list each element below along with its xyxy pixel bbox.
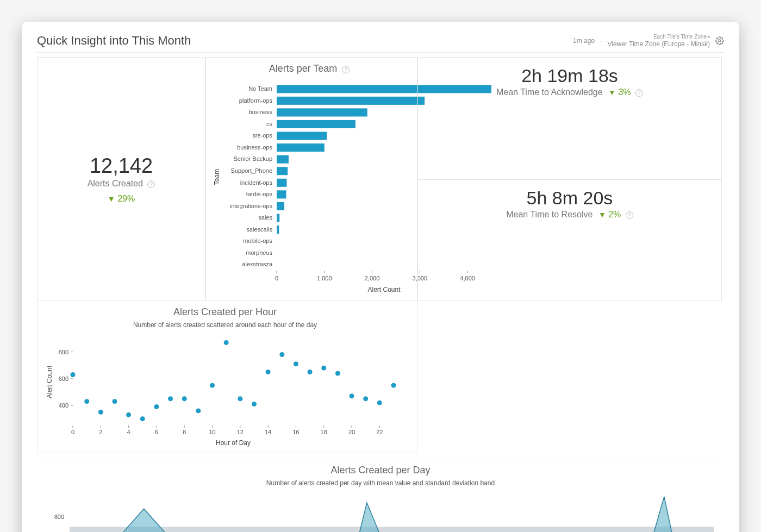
svg-text:16: 16 <box>292 429 299 435</box>
gear-icon[interactable] <box>715 36 724 45</box>
help-icon[interactable]: ? <box>147 180 155 188</box>
svg-point-78 <box>112 399 117 404</box>
arrow-down-icon: ▼ <box>598 210 606 219</box>
svg-rect-9 <box>277 132 327 140</box>
svg-point-89 <box>266 370 271 374</box>
svg-text:Hour of Day: Hour of Day <box>216 439 251 447</box>
stat-value: 5h 8m 20s <box>428 187 712 209</box>
help-icon[interactable]: ? <box>626 211 633 219</box>
svg-text:18: 18 <box>321 429 327 435</box>
svg-text:integrations-ops: integrations-ops <box>230 203 273 209</box>
header: Quick Insight into This Month 1m ago · E… <box>37 34 724 53</box>
svg-text:salescalls: salescalls <box>246 226 272 233</box>
stat-delta: ▼ 2% <box>598 210 621 219</box>
svg-rect-5 <box>277 109 367 117</box>
refreshed-ago: 1m ago <box>573 37 595 45</box>
svg-text:morpheus: morpheus <box>246 249 272 256</box>
svg-point-96 <box>363 397 368 402</box>
svg-point-91 <box>294 362 298 367</box>
stat-delta: ▼ 29% <box>108 194 135 204</box>
svg-text:mobile-ops: mobile-ops <box>243 238 272 245</box>
stat-delta: ▼ 3% <box>608 87 631 97</box>
stat-value: 12,142 <box>90 154 153 178</box>
help-icon[interactable]: ? <box>342 66 350 73</box>
stat-label: Alerts Created <box>88 179 143 188</box>
svg-text:tardis-ops: tardis-ops <box>246 191 273 197</box>
svg-point-81 <box>154 404 159 409</box>
svg-text:400: 400 <box>59 402 68 409</box>
arrow-down-icon: ▼ <box>108 195 115 203</box>
svg-rect-13 <box>277 155 289 164</box>
svg-text:platform-ops: platform-ops <box>239 97 273 104</box>
svg-point-84 <box>196 409 201 414</box>
page-title: Quick Insight into This Month <box>37 34 191 48</box>
svg-text:14: 14 <box>265 429 271 435</box>
svg-rect-15 <box>277 167 288 176</box>
svg-point-82 <box>168 397 173 402</box>
svg-point-80 <box>140 417 145 422</box>
svg-point-83 <box>182 397 187 402</box>
svg-text:No Team: No Team <box>248 85 272 92</box>
svg-text:business-ops: business-ops <box>237 144 272 151</box>
svg-text:Alert Count: Alert Count <box>46 366 53 399</box>
chart-alerts-per-team: Alerts per Team ? No Teamplatform-opsbus… <box>205 57 417 301</box>
svg-point-86 <box>224 340 229 345</box>
svg-point-87 <box>238 397 242 402</box>
svg-point-90 <box>279 352 284 357</box>
svg-rect-21 <box>277 202 284 210</box>
arrow-down-icon: ▼ <box>608 88 616 97</box>
svg-rect-3 <box>277 97 425 105</box>
svg-point-98 <box>391 383 396 388</box>
svg-text:incident-ops: incident-ops <box>240 179 273 186</box>
stat-value: 2h 19m 18s <box>428 65 712 86</box>
svg-text:0: 0 <box>275 275 278 281</box>
svg-text:10: 10 <box>209 429 215 435</box>
stat-alerts-created: 12,142 Alerts Created ? ▼ 29% <box>37 57 205 301</box>
svg-rect-19 <box>277 191 286 199</box>
svg-text:2,000: 2,000 <box>365 275 380 281</box>
scatter-chart: 4006008000246810121416182022Hour of DayA… <box>43 333 402 447</box>
svg-point-93 <box>321 366 326 371</box>
svg-rect-23 <box>277 214 279 222</box>
svg-text:sre-ops: sre-ops <box>252 133 272 139</box>
timezone-selector[interactable]: Each Tile's Time Zone▾ Viewer Time Zone … <box>607 34 710 48</box>
chevron-down-icon: ▾ <box>708 35 710 40</box>
svg-text:4: 4 <box>127 429 130 435</box>
svg-text:sales: sales <box>258 215 272 221</box>
svg-point-88 <box>252 402 257 407</box>
svg-text:22: 22 <box>376 429 383 435</box>
svg-text:0: 0 <box>71 429 74 435</box>
stat-mtr: 5h 8m 20s Mean Time to Resolve ▼ 2% ? <box>417 179 722 302</box>
chart-alerts-per-hour: Alerts Created per Hour Number of alerts… <box>37 301 417 453</box>
chart-alerts-per-day: Alerts Created per Day Number of alerts … <box>37 460 724 532</box>
svg-text:alexstrasza: alexstrasza <box>242 261 273 268</box>
svg-point-76 <box>84 399 89 404</box>
svg-point-95 <box>350 394 354 399</box>
svg-point-0 <box>719 40 721 42</box>
svg-point-94 <box>335 371 340 376</box>
help-icon[interactable]: ? <box>635 89 643 97</box>
svg-text:Alert Count: Alert Count <box>367 286 401 293</box>
svg-text:Senior Backup: Senior Backup <box>233 156 272 162</box>
svg-text:Support_Phone: Support_Phone <box>231 167 272 174</box>
svg-point-79 <box>126 412 131 417</box>
svg-text:1,000: 1,000 <box>317 275 332 281</box>
svg-point-92 <box>308 370 313 374</box>
svg-rect-7 <box>277 120 355 128</box>
svg-point-85 <box>210 383 215 388</box>
svg-text:2: 2 <box>99 429 102 435</box>
svg-rect-101 <box>70 527 714 532</box>
svg-text:6: 6 <box>155 429 158 435</box>
svg-text:20: 20 <box>348 429 355 435</box>
svg-point-97 <box>377 400 382 405</box>
svg-text:800: 800 <box>54 514 64 520</box>
svg-text:Team: Team <box>213 169 221 185</box>
svg-text:business: business <box>249 109 273 116</box>
svg-text:12: 12 <box>237 429 244 435</box>
svg-point-75 <box>71 372 76 377</box>
svg-point-77 <box>98 410 103 415</box>
header-right: 1m ago · Each Tile's Time Zone▾ Viewer T… <box>573 34 724 48</box>
svg-text:cs: cs <box>266 121 273 127</box>
svg-rect-11 <box>277 143 325 152</box>
area-chart: 552400600800Alert Count <box>37 491 722 532</box>
